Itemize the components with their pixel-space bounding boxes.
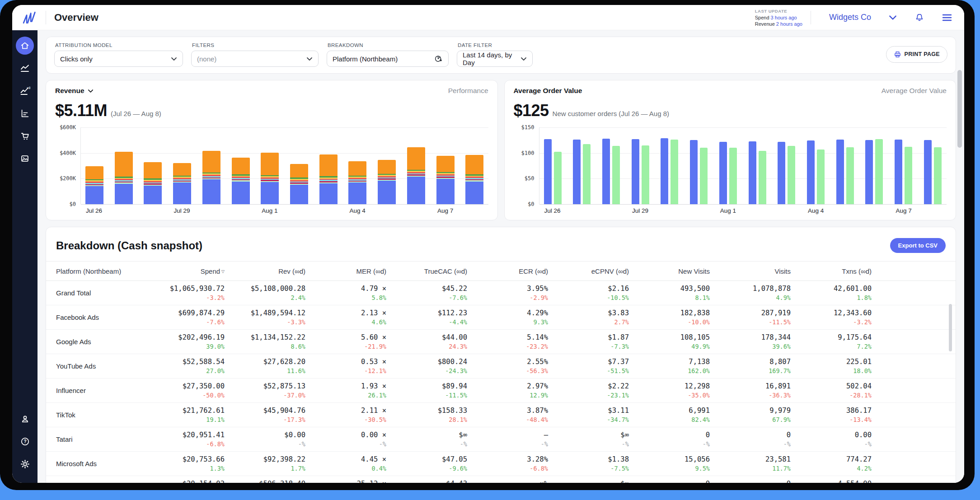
sidebar-item-settings[interactable]: [16, 455, 34, 473]
bars-layer: [81, 127, 488, 204]
metric-cell: 774.274.2%: [793, 452, 874, 476]
metric-cell: 4.29%9.3%: [470, 305, 551, 329]
cell-delta: -10.5%: [607, 294, 629, 301]
column-header-visits[interactable]: Visits: [713, 267, 793, 275]
org-selector[interactable]: Widgets Co: [829, 13, 871, 22]
sidebar-item-reports[interactable]: [16, 104, 34, 122]
breakdown-label: BREAKDOWN: [328, 42, 449, 48]
x-tick-cell: [602, 207, 620, 215]
metric-cell: $52,875.13-37.0%: [227, 379, 308, 402]
sidebar-item-performance-v3[interactable]: v3: [16, 82, 34, 100]
cell-delta: 39.6%: [772, 343, 791, 350]
filters-select[interactable]: (none): [191, 51, 319, 67]
platform-cell: Amazon: [46, 476, 146, 483]
bar-segment-base: [348, 182, 366, 204]
metric-cell: $20,753.661.3%: [146, 452, 227, 476]
stacked-bar: [144, 162, 162, 204]
metric-cell: $89.94-11.5%: [389, 379, 470, 402]
revenue-total: $5.11M: [55, 101, 107, 120]
column-header-ecr-d-[interactable]: ECR (∞d): [470, 267, 551, 275]
cell-delta: 19.1%: [206, 416, 225, 423]
metric-cell: 1.93 ×26.1%: [308, 379, 389, 402]
column-header-spend[interactable]: Spend▽: [146, 267, 227, 275]
y-tick-label: $0: [528, 201, 534, 207]
table-scrollbar-thumb[interactable]: [949, 304, 952, 351]
sidebar-item-orders[interactable]: [16, 127, 34, 145]
platform-cell: Grand Total: [46, 281, 146, 305]
x-tick-cell: [778, 207, 796, 215]
export-csv-button[interactable]: Export to CSV: [890, 238, 946, 253]
bell-icon[interactable]: [914, 12, 924, 23]
column-header-platform-northbeam-[interactable]: Platform (Northbeam): [46, 267, 146, 275]
column-header-new-visits[interactable]: New Visits: [632, 267, 713, 275]
revenue-update-link[interactable]: 2 hours ago: [776, 21, 802, 27]
cell-delta: -3.2%: [853, 318, 872, 326]
chevron-down-icon: [88, 89, 94, 93]
gear-icon: [20, 459, 30, 469]
cell-delta: -37.0%: [283, 392, 305, 399]
metric-cell: $∞-%: [389, 427, 470, 451]
page-title: Overview: [54, 12, 98, 23]
metric-cell: 4,554.0017.6%: [793, 476, 874, 483]
bar-segment-top: [261, 153, 279, 175]
sidebar-item-home[interactable]: [16, 37, 34, 55]
sidebar-item-creative[interactable]: [16, 150, 34, 168]
cell-delta: 49.9%: [691, 343, 710, 350]
bar-New customer AOV: [846, 147, 854, 204]
x-tick-label: Jul 29: [173, 207, 190, 214]
aov-x-axis: Jul 26Jul 29Aug 1Aug 4Aug 7: [539, 207, 947, 215]
x-tick-label: Aug 1: [262, 207, 277, 214]
table-header-row: Platform (Northbeam)Spend▽Rev (∞d)MER (∞…: [46, 261, 956, 281]
date-filter-select[interactable]: Last 14 days, by Day: [457, 51, 533, 67]
cell-delta: -21.9%: [364, 343, 386, 350]
bar-group: [544, 139, 562, 204]
breakdown-select[interactable]: Platform (Northbeam): [327, 51, 449, 67]
metric-cell: 12,298-35.0%: [632, 379, 713, 402]
aov-y-axis: $0$50$100$150: [514, 127, 539, 215]
metric-cell: 178,34439.6%: [713, 330, 793, 354]
bar-New customer AOV: [700, 148, 708, 204]
column-header-txns-d-[interactable]: Txns (∞d): [793, 267, 874, 275]
bar-segment-top: [290, 164, 308, 178]
sidebar-item-performance[interactable]: [16, 59, 34, 77]
bar-group: [895, 140, 913, 204]
revenue-range: (Jul 26 — Aug 8): [111, 110, 161, 117]
cell-value: $506,318.40: [259, 480, 305, 483]
column-header-mer-d-[interactable]: MER (∞d): [308, 267, 389, 275]
cell-value: 2.55%: [527, 358, 548, 366]
page-scrollbar-thumb[interactable]: [957, 70, 962, 148]
revenue-metric-selector[interactable]: Revenue: [55, 87, 94, 95]
menu-icon[interactable]: [942, 13, 952, 22]
northbeam-logo-icon[interactable]: [21, 11, 38, 24]
metric-cell: 108,10549.9%: [632, 330, 713, 354]
cell-delta: -4.4%: [449, 318, 467, 326]
metric-cell: $44.0024.3%: [389, 330, 470, 354]
column-header-truecac-d-[interactable]: TrueCAC (∞d): [389, 267, 470, 275]
breakdown-card: Breakdown (Cash snapshot) Export to CSV …: [46, 227, 956, 483]
column-header-ecpnv-d-[interactable]: eCPNV (∞d): [551, 267, 632, 275]
attribution-model-select[interactable]: Clicks only: [54, 51, 183, 67]
stacked-bar: [378, 160, 396, 204]
spend-update-link[interactable]: 3 hours ago: [771, 15, 797, 20]
x-tick-cell: [865, 207, 883, 215]
cell-delta: 18.0%: [853, 367, 872, 374]
cell-delta: -7.6%: [206, 318, 225, 326]
cell-value: 225.01: [846, 358, 872, 366]
cell-delta: -36.3%: [769, 392, 791, 399]
bar-group: [924, 140, 942, 204]
metric-cell: $21,762.6119.1%: [146, 403, 227, 427]
cell-value: $1.87: [608, 333, 629, 341]
sidebar-item-account[interactable]: [16, 410, 34, 428]
filters-label: FILTERS: [192, 42, 319, 48]
chevron-down-icon[interactable]: [888, 14, 897, 21]
metric-cell: $3.11-34.7%: [551, 403, 632, 427]
cell-value: 108,105: [680, 333, 710, 341]
cell-value: $45.22: [442, 285, 467, 293]
print-page-button[interactable]: PRINT PAGE: [886, 46, 947, 63]
bar-AOV: [924, 140, 932, 204]
column-header-rev-d-[interactable]: Rev (∞d): [227, 267, 308, 275]
cell-value: $52,875.13: [263, 382, 305, 390]
cart-icon: [20, 131, 30, 141]
metric-cell: $1.87-7.3%: [551, 330, 632, 354]
sidebar-item-help[interactable]: ?: [16, 432, 34, 450]
